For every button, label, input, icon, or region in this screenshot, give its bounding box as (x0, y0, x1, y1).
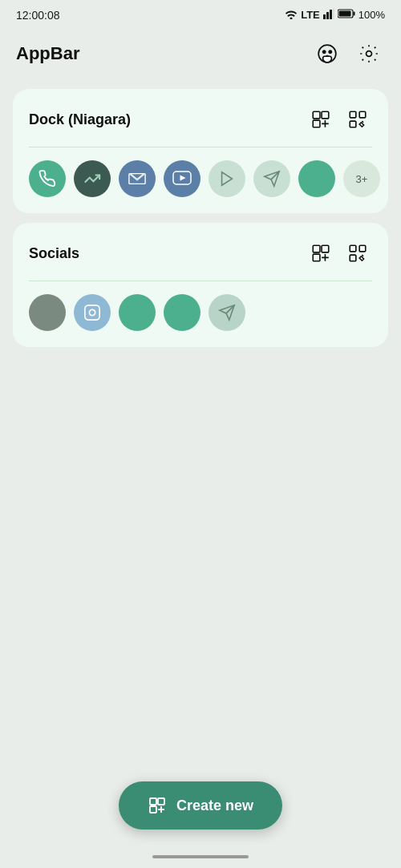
signal-icon (323, 8, 334, 22)
dock-card-title: Dock (Niagara) (29, 111, 131, 128)
dock-app-telegram[interactable] (253, 160, 290, 197)
svg-rect-6 (338, 11, 350, 17)
socials-grid-edit-button[interactable] (343, 239, 372, 268)
telegram-icon (218, 304, 236, 321)
svg-rect-32 (150, 806, 156, 813)
telegram-icon (263, 170, 281, 188)
svg-rect-5 (353, 12, 354, 16)
socials-app-whatsapp[interactable] (119, 294, 156, 331)
svg-rect-15 (350, 111, 356, 118)
twitter-icon (308, 171, 326, 187)
youtube-icon (172, 171, 192, 187)
svg-rect-13 (322, 111, 329, 119)
svg-rect-16 (359, 111, 366, 118)
svg-rect-25 (350, 245, 356, 252)
battery-level: 100% (358, 9, 385, 21)
svg-rect-14 (313, 120, 320, 127)
dock-app-analytics[interactable] (74, 160, 111, 197)
twitter-icon (173, 305, 191, 321)
instagram-icon (83, 304, 101, 321)
svg-rect-31 (158, 798, 164, 805)
phone-icon (38, 170, 56, 188)
dock-grid-edit-button[interactable] (343, 105, 372, 134)
status-icons: LTE 100% (285, 8, 385, 22)
svg-rect-27 (350, 255, 356, 261)
socials-card-title: Socials (29, 245, 79, 262)
dock-app-youtube[interactable] (164, 160, 200, 197)
app-bar: AppBar (0, 28, 401, 83)
dock-app-gmail[interactable] (119, 160, 156, 197)
battery-icon (338, 9, 355, 21)
create-new-button[interactable]: Create new (119, 781, 282, 830)
home-indicator (152, 855, 249, 858)
svg-rect-24 (313, 254, 320, 261)
whatsapp-icon (128, 304, 146, 321)
dock-card: Dock (Niagara) (13, 89, 388, 213)
settings-icon (358, 43, 379, 64)
socials-card-header: Socials (13, 223, 388, 281)
svg-rect-28 (85, 305, 99, 320)
status-time: 12:00:08 (16, 9, 60, 22)
svg-marker-21 (222, 172, 233, 186)
dock-app-overflow[interactable]: 3+ (343, 160, 380, 197)
socials-app-facebook[interactable] (29, 294, 66, 331)
app-bar-title: AppBar (16, 43, 79, 64)
svg-point-9 (329, 50, 331, 53)
svg-rect-12 (313, 111, 320, 119)
socials-app-instagram[interactable] (74, 294, 111, 331)
dock-card-actions (306, 105, 372, 134)
grid-edit-icon (347, 109, 368, 130)
dock-app-twitter[interactable] (298, 160, 335, 197)
dock-card-header: Dock (Niagara) (13, 89, 388, 147)
palette-button[interactable] (311, 38, 343, 70)
svg-rect-23 (322, 245, 329, 252)
dock-app-phone[interactable] (29, 160, 66, 197)
socials-card: Socials (13, 223, 388, 347)
add-shortcut-icon (310, 109, 331, 130)
dock-add-shortcut-button[interactable] (306, 105, 335, 134)
socials-icons-row (13, 281, 388, 347)
add-shortcut-icon (310, 243, 331, 264)
play-store-icon (218, 170, 236, 188)
svg-point-11 (367, 51, 372, 57)
facebook-icon (38, 304, 56, 321)
create-icon (148, 796, 167, 815)
app-bar-actions (311, 38, 385, 70)
svg-rect-26 (359, 245, 366, 252)
palette-icon (317, 43, 338, 64)
socials-card-actions (306, 239, 372, 268)
svg-marker-20 (180, 176, 186, 181)
svg-point-8 (323, 50, 326, 53)
socials-app-telegram[interactable] (209, 294, 245, 331)
grid-edit-icon (347, 243, 368, 264)
svg-rect-3 (333, 8, 334, 19)
status-bar: 12:00:08 LTE (0, 0, 401, 28)
settings-button[interactable] (353, 38, 385, 70)
svg-rect-17 (350, 121, 356, 127)
socials-app-twitter[interactable] (164, 294, 200, 331)
wifi-icon (285, 8, 298, 22)
socials-add-shortcut-button[interactable] (306, 239, 335, 268)
create-new-label: Create new (176, 797, 253, 814)
gmail-icon (128, 172, 146, 186)
dock-app-play[interactable] (209, 160, 245, 197)
dock-icons-row: 3+ (13, 147, 388, 213)
trending-icon (83, 170, 101, 188)
svg-rect-30 (150, 798, 156, 805)
svg-rect-2 (330, 10, 332, 19)
lte-label: LTE (301, 9, 320, 21)
svg-rect-0 (323, 14, 326, 19)
svg-rect-1 (326, 12, 329, 19)
overflow-label: 3+ (356, 173, 368, 185)
fab-container: Create new (119, 781, 282, 830)
svg-rect-22 (313, 245, 320, 252)
